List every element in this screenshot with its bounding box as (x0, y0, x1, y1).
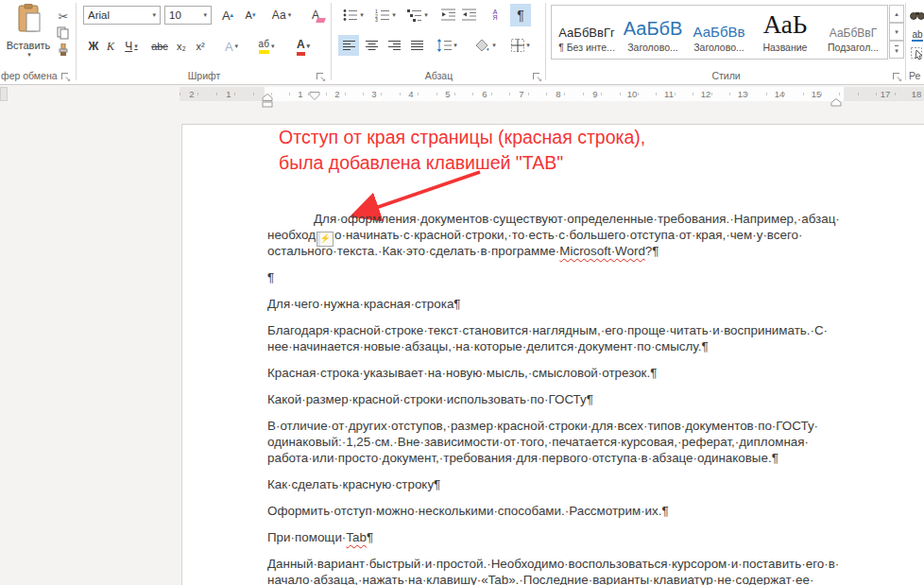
left-indent-marker[interactable] (262, 94, 273, 112)
ruler-number: 11 (662, 88, 676, 100)
increase-indent-button[interactable] (459, 5, 478, 26)
ruler-number: 18 (910, 88, 924, 100)
show-formatting-marks-button[interactable]: ¶ (510, 4, 531, 26)
font-dialog-launcher[interactable] (316, 72, 325, 81)
clear-formatting-button[interactable]: А (304, 5, 327, 26)
paste-button[interactable]: Вставить ▾ (6, 4, 51, 66)
text-run: одинаковый:·1,25·см.·Вне·зависимости·от·… (267, 435, 809, 449)
text-run: Данный·вариант·быстрый·и·простой.·Необхо… (267, 557, 839, 571)
ruler-left-box (0, 87, 8, 101)
text-run: Красная·строка·указывает·на·новую·мысль,… (267, 366, 657, 380)
text-run: При·помощи· (267, 530, 346, 544)
doc-line: Для·чего·нужна·красная·строка¶ (267, 296, 853, 312)
style-no-spacing[interactable]: АаБбВвГг ¶ Без инте... (556, 9, 618, 55)
styles-scroll-up-icon[interactable]: ▴ (889, 5, 904, 23)
line-spacing-button[interactable]: ▾ (433, 35, 461, 56)
font-family-value: Arial (88, 9, 110, 21)
align-center-button[interactable] (361, 35, 382, 56)
document-text[interactable]: Для·оформления·документов·существуют·опр… (267, 211, 853, 585)
paste-dropdown-arrow[interactable]: ▾ (27, 51, 31, 59)
replace-icon[interactable]: ab (909, 25, 924, 45)
text-run: Как·сделать·красную·строку¶ (267, 477, 440, 491)
align-right-icon (388, 40, 401, 51)
highlight-color-button[interactable]: аб ▾ (251, 36, 282, 57)
select-icon[interactable] (909, 43, 924, 64)
styles-gallery-more-icon[interactable]: ▾ (889, 41, 904, 59)
font-color-button[interactable]: А ▾ (287, 36, 319, 57)
align-right-button[interactable] (384, 35, 404, 56)
group-separator (905, 3, 906, 80)
doc-line: Красная·строка·указывает·на·новую·мысль,… (267, 365, 853, 381)
bullets-button[interactable]: ▾ (338, 5, 368, 26)
text-run: работа·или·просто·документ,·требования·д… (267, 451, 779, 465)
style-label: Название (754, 42, 816, 53)
align-left-button[interactable] (338, 35, 359, 56)
paragraph-dialog-launcher[interactable] (532, 72, 541, 81)
underline-button[interactable]: Ч▾ (119, 36, 144, 57)
find-icon[interactable] (909, 4, 924, 25)
editing-group-label: Ре (909, 70, 924, 81)
right-indent-marker[interactable] (830, 94, 842, 111)
paragraph-group-label: Абзац (333, 70, 545, 81)
line-spacing-icon (436, 39, 452, 52)
justify-button[interactable] (406, 35, 427, 56)
decrease-indent-button[interactable] (438, 5, 457, 26)
font-size-dropdown-arrow[interactable]: ▾ (203, 11, 207, 19)
sort-button[interactable]: А Я (484, 5, 506, 26)
shading-button[interactable]: ▾ (471, 35, 501, 56)
italic-letter: К (107, 40, 114, 54)
line-spacing-arrow: ▾ (453, 42, 457, 49)
superscript-button[interactable]: x² (191, 36, 210, 57)
clipboard-dialog-launcher[interactable] (60, 72, 70, 81)
text-run: ».·Последние·варианты·клавиатур·не·содер… (508, 573, 813, 585)
bold-letter: Ж (89, 40, 99, 53)
numbering-button[interactable]: 123 ▾ (370, 5, 401, 26)
grow-font-button[interactable]: А▴ (217, 5, 238, 26)
paragraph-group: ▾ 123 ▾ ▾ А Я ¶ (333, 0, 545, 84)
change-case-button[interactable]: Аа▾ (266, 5, 297, 26)
underline-letter: Ч (125, 40, 132, 53)
bullets-icon (343, 9, 358, 22)
ruler-number: 9 (590, 88, 599, 100)
doc-line: Данный·вариант·быстрый·и·простой.·Необхо… (267, 556, 853, 572)
ruler-number: 15 (810, 88, 824, 100)
shrink-font-button[interactable]: А▾ (240, 5, 261, 26)
doc-line: нее·начинается·новые·абзацы,·на·которые·… (267, 338, 853, 354)
styles-dialog-launcher[interactable] (892, 72, 901, 81)
eraser-icon (316, 18, 326, 23)
doc-line: Какой·размер·красной·строки·использовать… (267, 391, 853, 407)
style-subtitle[interactable]: АаБбВвГ Подзагол... (822, 9, 884, 55)
clipboard-icon (14, 4, 43, 38)
format-painter-icon[interactable] (53, 42, 74, 59)
clipboard-group: Вставить ▾ ✂ фер обмена (0, 0, 76, 84)
clipboard-small-buttons: ✂ (53, 8, 74, 59)
horizontal-ruler[interactable]: 211234567891011121314151718 (180, 87, 924, 101)
superscript-letters: x² (196, 41, 204, 52)
italic-button[interactable]: К (102, 36, 119, 57)
borders-button[interactable]: ▾ (506, 35, 535, 56)
change-case-letters: Аа (272, 9, 286, 22)
subscript-button[interactable]: x₂ (172, 36, 191, 57)
doc-line: Для·оформления·документов·существуют·опр… (267, 211, 853, 227)
text-run: Какой·размер·красной·строки·использовать… (267, 392, 593, 406)
font-family-dropdown-arrow[interactable]: ▾ (152, 11, 156, 19)
doc-line: необход⚡о·начинать·с·красной·строки,·то·… (267, 227, 853, 243)
highlight-letters: аб (259, 39, 269, 54)
text-run: необход (267, 228, 316, 242)
font-size-combo[interactable]: 10 ▾ (164, 6, 212, 25)
style-title[interactable]: АаЬ Название (754, 9, 816, 55)
bold-button[interactable]: Ж (85, 36, 102, 57)
ruler-number: 1 (224, 88, 232, 100)
font-family-combo[interactable]: Arial ▾ (83, 6, 161, 25)
style-preview: АаБбВвГг (556, 9, 618, 40)
style-heading1[interactable]: АаБбВ Заголово... (622, 9, 684, 55)
style-heading2[interactable]: АаБбВв Заголово... (688, 9, 750, 55)
multilevel-list-button[interactable]: ▾ (402, 5, 433, 26)
copy-icon[interactable] (53, 25, 74, 42)
first-line-indent-marker[interactable] (309, 87, 320, 104)
styles-scroll-down-icon[interactable]: ▾ (889, 23, 904, 41)
strikethrough-button[interactable]: abc (147, 36, 172, 57)
text-effects-button[interactable]: А▾ (217, 36, 246, 57)
style-label: Заголово... (622, 42, 684, 53)
cut-icon[interactable]: ✂ (53, 8, 74, 25)
